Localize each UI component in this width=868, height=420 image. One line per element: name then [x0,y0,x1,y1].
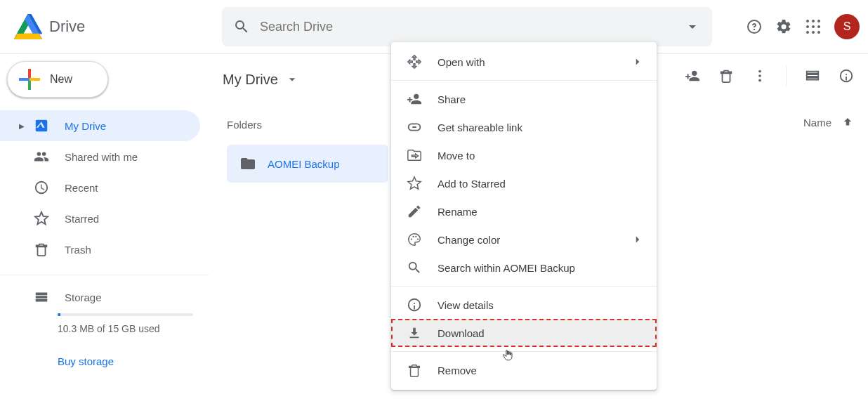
nav-storage[interactable]: Storage [0,289,209,305]
storage-label: Storage [65,291,102,303]
nav-trash[interactable]: Trash [0,234,200,265]
svg-point-16 [411,238,412,239]
nav-label: My Drive [65,120,106,132]
info-outline-icon [407,297,422,313]
download-icon [407,325,422,341]
nav-recent[interactable]: Recent [0,172,200,203]
svg-marker-12 [14,34,42,39]
delete-icon[interactable] [718,68,734,84]
nav-starred[interactable]: Starred [0,203,200,234]
svg-point-14 [758,74,761,77]
menu-label: Move to [438,150,475,162]
person-add-icon [407,91,422,107]
link-icon [407,119,422,135]
folder-name: AOMEI Backup [268,158,340,170]
trash-outline-icon [407,362,422,378]
menu-label: Open with [438,56,485,68]
menu-label: Add to Starred [438,178,506,190]
storage-section: Storage 10.3 MB of 15 GB used Buy storag… [0,275,209,367]
sort-label: Name [803,117,831,129]
menu-view-details[interactable]: View details [391,291,657,319]
nav-my-drive[interactable]: ▶ My Drive [0,110,200,141]
breadcrumb-label: My Drive [223,72,278,88]
chevron-right-icon [631,55,644,68]
star-icon [34,211,49,226]
menu-move-to[interactable]: Move to [391,141,657,169]
help-icon[interactable] [746,18,763,35]
menu-open-with[interactable]: Open with [391,48,657,76]
nav-label: Trash [65,244,91,256]
menu-get-shareable-link[interactable]: Get shareable link [391,113,657,141]
menu-label: Rename [438,206,478,218]
mouse-cursor-icon [501,348,514,363]
clock-icon [34,180,49,195]
storage-used-text: 10.3 MB of 15 GB used [58,323,209,334]
nav-list: ▶ My Drive Shared with me Recent Starred [0,110,209,265]
more-vert-icon[interactable] [752,68,768,84]
search-icon [407,260,422,275]
menu-download[interactable]: Download [391,319,657,347]
chevron-right-icon [631,233,644,246]
new-button[interactable]: New [7,61,108,98]
buy-storage-link[interactable]: Buy storage [58,355,209,367]
svg-point-15 [758,79,761,82]
menu-label: Get shareable link [438,122,522,133]
menu-divider [391,80,657,81]
breadcrumb-dropdown-icon[interactable] [285,72,299,86]
menu-change-color[interactable]: Change color [391,225,657,254]
people-icon [34,149,49,164]
sidebar: New ▶ My Drive Shared with me Recent S [0,54,209,367]
new-button-label: New [50,73,72,86]
drive-icon [34,118,49,133]
menu-share[interactable]: Share [391,85,657,113]
nav-label: Shared with me [65,151,138,163]
item-toolbar [685,65,854,86]
menu-search-within[interactable]: Search within AOMEI Backup [391,254,657,282]
expand-triangle-icon[interactable]: ▶ [18,122,25,130]
sort-control[interactable]: Name [803,116,854,129]
storage-icon [34,289,49,305]
nav-label: Starred [65,213,99,225]
product-name: Drive [49,18,85,36]
menu-label: Download [438,327,485,339]
nav-shared-with-me[interactable]: Shared with me [0,141,200,172]
search-icon [233,18,250,35]
svg-point-13 [758,70,761,73]
menu-divider [391,286,657,287]
apps-grid-icon[interactable] [805,18,822,35]
view-list-icon[interactable] [805,68,820,84]
star-outline-icon [407,176,422,191]
drive-logo-icon [14,14,42,39]
menu-rename[interactable]: Rename [391,197,657,225]
palette-icon [407,232,422,247]
plus-icon [19,69,40,90]
svg-point-17 [413,236,414,237]
search-options-dropdown-icon[interactable] [684,18,701,35]
menu-label: Remove [438,365,477,376]
folder-icon [239,155,256,172]
settings-gear-icon[interactable] [775,18,792,35]
logo-area[interactable]: Drive [14,14,222,39]
header-actions: S [746,14,860,39]
account-avatar[interactable]: S [834,14,860,39]
menu-label: View details [438,299,494,311]
toolbar-separator [786,65,787,86]
search-bar[interactable] [222,7,712,46]
search-input[interactable] [260,20,678,34]
pencil-icon [407,204,422,219]
menu-add-to-starred[interactable]: Add to Starred [391,169,657,197]
svg-point-19 [417,238,419,239]
open-with-icon [407,54,422,70]
storage-bar [58,313,193,316]
trash-icon [34,242,49,257]
share-person-icon[interactable] [685,68,700,84]
menu-label: Share [438,93,466,105]
menu-remove[interactable]: Remove [391,356,657,384]
svg-point-18 [415,236,416,237]
menu-label: Change color [438,234,500,246]
menu-label: Search within AOMEI Backup [438,262,575,274]
folder-card-aomei-backup[interactable]: AOMEI Backup [227,145,388,183]
info-icon[interactable] [839,68,854,84]
context-menu: Open with Share Get shareable link Move … [391,42,657,390]
nav-label: Recent [65,182,98,194]
